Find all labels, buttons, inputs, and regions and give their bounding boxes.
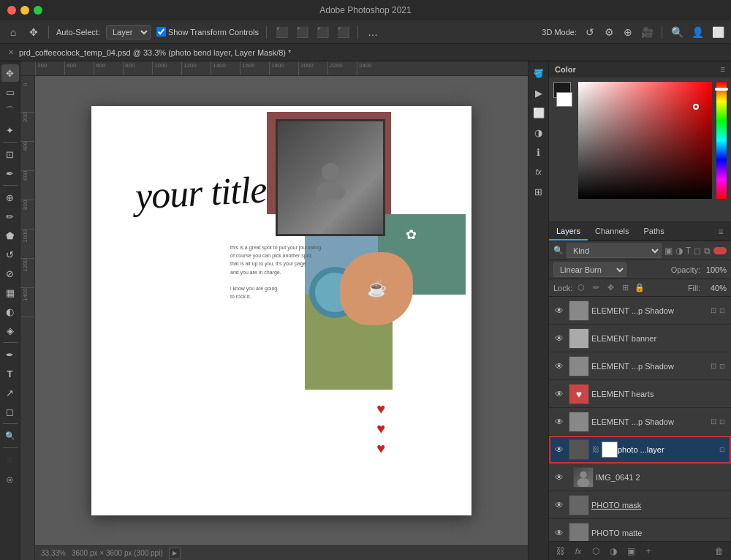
move-tool-icon[interactable]: ✥ [26, 25, 41, 39]
magic-wand-tool[interactable]: ✦ [1, 121, 19, 139]
blend-mode-dropdown[interactable]: Linear Burn Normal Multiply Screen [553, 262, 626, 277]
add-mask-icon[interactable]: ⬡ [588, 544, 603, 559]
lock-all-icon[interactable]: 🔒 [634, 282, 645, 294]
layer-row[interactable]: 👁 ELEMENT ...p Shadow ⊡ ⊡ [549, 297, 731, 325]
delete-layer-icon[interactable]: 🗑 [712, 544, 727, 559]
user-icon[interactable]: 👤 [690, 25, 705, 39]
layer-visibility-icon[interactable]: 👁 [552, 526, 567, 540]
layer-visibility-icon[interactable]: 👁 [552, 359, 567, 374]
pen-tool[interactable]: ✒ [1, 346, 19, 363]
filter-toggle[interactable] [713, 247, 727, 254]
align-center-icon[interactable]: ⬛ [295, 25, 309, 39]
filter-pixel-icon[interactable]: ▣ [664, 246, 673, 256]
create-layer-icon[interactable]: + [641, 544, 656, 559]
brush-tool[interactable]: ✏ [1, 208, 19, 225]
layer-visibility-icon[interactable]: 👁 [552, 387, 567, 401]
blur-tool[interactable]: ◐ [1, 303, 19, 320]
color-saturation-brightness[interactable] [578, 82, 712, 199]
path-selection-tool[interactable]: ↗ [1, 384, 19, 401]
link-layers-icon[interactable]: ⛓ [553, 544, 568, 559]
crop-tool[interactable]: ⊡ [1, 145, 19, 163]
background-swatch[interactable] [556, 92, 572, 107]
lock-position-icon[interactable]: ✥ [605, 282, 616, 294]
marquee-tool[interactable]: ▭ [1, 83, 19, 101]
layer-row[interactable]: 👁 PHOTO matte [549, 519, 731, 541]
color-panel-menu-icon[interactable]: ≡ [720, 64, 725, 75]
lock-transparent-icon[interactable]: ⬡ [575, 282, 587, 294]
layer-row[interactable]: 👁 ♥ ELEMENT hearts [549, 380, 731, 408]
history-brush-tool[interactable]: ↺ [1, 246, 19, 263]
paint-bucket-icon[interactable]: 🪣 [530, 64, 548, 82]
fx-icon[interactable]: fx [530, 163, 548, 181]
close-button[interactable] [7, 6, 16, 15]
zoom-tool[interactable]: 🔍 [1, 427, 19, 444]
foreground-color-swatch[interactable]: ■ [1, 451, 19, 469]
align-left-icon[interactable]: ⬛ [274, 25, 289, 39]
rotate-icon[interactable]: ↺ [583, 25, 597, 39]
more-options-icon[interactable]: … [366, 25, 380, 39]
layer-row[interactable]: 👁 ELEMENT banner [549, 325, 731, 352]
create-group-icon[interactable]: ▣ [624, 544, 638, 559]
shape-tool[interactable]: ◻ [1, 403, 19, 420]
align-right-icon[interactable]: ⬛ [315, 25, 330, 39]
lock-artboard-icon[interactable]: ⊞ [619, 282, 631, 294]
screen-mode-icon[interactable]: ⬜ [711, 25, 725, 39]
auto-select-dropdown[interactable]: Layer Group [106, 25, 151, 39]
canvas-area[interactable]: 200 400 600 800 1000 1200 1400 1600 1800… [20, 61, 528, 560]
layer-visibility-icon[interactable]: 👁 [552, 470, 567, 485]
home-icon[interactable]: ⌂ [6, 25, 20, 39]
transform-controls-checkbox[interactable] [156, 27, 166, 37]
grid-icon[interactable]: ⊞ [530, 183, 548, 200]
filter-type-icon[interactable]: T [686, 246, 691, 256]
opacity-value[interactable]: 100% [703, 265, 727, 274]
canvas-info-button[interactable]: ▶ [169, 548, 181, 559]
layers-icon-side[interactable]: ⬜ [530, 104, 548, 121]
tab-channels[interactable]: Channels [588, 222, 636, 241]
play-icon[interactable]: ▶ [530, 84, 548, 102]
canvas-scroll[interactable]: your title this is a great spot to put y… [35, 76, 528, 545]
layer-row[interactable]: 👁 ELEMENT ...p Shadow ⊡ ⊡ [549, 408, 731, 436]
adjustments-icon[interactable]: ◑ [530, 124, 548, 141]
fill-value[interactable]: 40% [703, 284, 727, 292]
healing-tool[interactable]: ⊕ [1, 189, 19, 206]
add-layer-style-icon[interactable]: fx [571, 544, 586, 559]
filter-adjustment-icon[interactable]: ◑ [675, 246, 683, 256]
layer-filter-dropdown[interactable]: Kind Name Effect [567, 243, 662, 258]
eyedropper-tool[interactable]: ✒ [1, 164, 19, 182]
layer-row[interactable]: 👁 ELEMENT ...p Shadow ⊡ ⊡ [549, 352, 731, 380]
layer-row-selected[interactable]: 👁 ⛓ photo ...layer ⊡ [549, 436, 731, 463]
layer-row[interactable]: 👁 PHOTO mask [549, 491, 731, 519]
layer-row[interactable]: 👁 IMG_0641 2 [549, 463, 731, 491]
tab-layers[interactable]: Layers [549, 222, 588, 241]
lasso-tool[interactable]: ⌒ [1, 102, 19, 120]
layers-panel-menu-icon[interactable]: ≡ [711, 222, 731, 241]
dodge-tool[interactable]: ◈ [1, 322, 19, 339]
share-icon[interactable]: ⊕ [621, 25, 635, 39]
gradient-tool[interactable]: ▦ [1, 284, 19, 301]
layer-visibility-icon[interactable]: 👁 [552, 303, 567, 318]
move-tool[interactable]: ✥ [1, 64, 19, 82]
layer-visibility-icon[interactable]: 👁 [552, 498, 567, 512]
type-tool[interactable]: T [1, 365, 19, 382]
create-adjustment-icon[interactable]: ◑ [606, 544, 621, 559]
color-hue-slider[interactable] [716, 82, 727, 199]
filter-shape-icon[interactable]: ◻ [694, 246, 701, 256]
eraser-tool[interactable]: ⊘ [1, 265, 19, 282]
quick-mask-toggle[interactable]: ◎ [1, 470, 19, 488]
distribute-icon[interactable]: ⬛ [336, 25, 350, 39]
clone-stamp-tool[interactable]: ⬟ [1, 227, 19, 244]
tab-close-icon[interactable]: ✕ [6, 48, 16, 58]
maximize-button[interactable] [34, 6, 42, 15]
window-controls[interactable] [7, 6, 42, 15]
layer-visibility-icon[interactable]: 👁 [552, 415, 567, 429]
info-icon[interactable]: ℹ [530, 143, 548, 161]
camera-icon[interactable]: 🎥 [640, 25, 654, 39]
lock-image-icon[interactable]: ✏ [590, 282, 602, 294]
settings-icon[interactable]: ⚙ [602, 25, 616, 39]
tab-paths[interactable]: Paths [637, 222, 672, 241]
layer-visibility-icon[interactable]: 👁 [552, 442, 567, 457]
search-icon[interactable]: 🔍 [670, 25, 684, 39]
layer-visibility-icon[interactable]: 👁 [552, 331, 567, 346]
filter-smart-object-icon[interactable]: ⧉ [704, 246, 711, 256]
minimize-button[interactable] [20, 6, 29, 15]
